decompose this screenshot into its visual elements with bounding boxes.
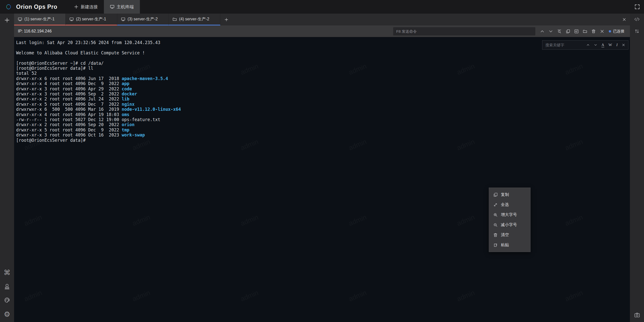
scroll-up-button[interactable]	[538, 27, 546, 35]
terminal-line: drwxr-xr-x 4 root root 4096 Dec 9 2022 a…	[16, 81, 630, 86]
find-next-button[interactable]	[594, 43, 597, 47]
app-title: Orion Ops Pro	[16, 4, 57, 10]
add-tab-button[interactable]	[220, 14, 232, 25]
find-previous-button[interactable]	[586, 43, 590, 47]
status-dot	[609, 30, 611, 32]
tab-label: (3) server-生产-2	[128, 17, 158, 22]
chevron-up-icon	[540, 29, 544, 33]
fullscreen-icon[interactable]	[634, 4, 640, 10]
terminal-line: [root@OrionEcsServer data]#	[16, 138, 630, 143]
terminal-line: [root@OrionEcsServer ~]# cd /data/	[16, 61, 630, 66]
monitor-icon	[18, 17, 22, 21]
top-bar: Orion Ops Pro 新建连接 主机终端	[0, 0, 644, 14]
paste-icon	[493, 243, 498, 247]
host-terminal-label: 主机终端	[117, 4, 134, 10]
center-panel: (1) server-生产-1(2) server-生产-1(3) server…	[14, 14, 630, 322]
right-sidebar	[630, 14, 644, 322]
context-menu-label: 复制	[501, 192, 509, 197]
search-icon	[557, 29, 561, 33]
tab-label: (4) server-生产-2	[179, 17, 209, 22]
trash-icon	[493, 233, 498, 237]
close-all-tabs-button[interactable]	[618, 14, 630, 25]
monitor-icon	[121, 17, 125, 21]
terminal-line: drwxr-xr-x 4 root root 4096 Apr 19 18:03…	[16, 112, 630, 117]
context-menu-item-zoom-in[interactable]: 增大字号	[489, 210, 530, 220]
folder-icon	[173, 17, 177, 21]
clear-button[interactable]	[589, 27, 598, 35]
terminal-line: drwxr-xr-x 3 root root 4096 Apr 29 2022 …	[16, 86, 630, 91]
app-logo-icon	[4, 2, 13, 11]
theme-palette-icon[interactable]	[4, 297, 10, 303]
left-sidebar: ⌘ ⚙	[0, 14, 14, 322]
terminal-output: Last login: Sat Apr 20 23:32:56 2024 fro…	[14, 37, 630, 143]
zoom-in-icon	[493, 213, 498, 217]
terminal-line: drwxr-xr-x 5 root root 4096 Dec 9 2022 t…	[16, 127, 630, 132]
context-menu-item-zoom-out[interactable]: 减小字号	[489, 220, 530, 230]
host-terminal-menu-item[interactable]: 主机终端	[104, 0, 140, 14]
session-toolbar: IP: 116.62.194.246 已连接	[14, 25, 630, 37]
disconnect-button[interactable]	[598, 27, 606, 35]
terminal-line: Welcome to Alibaba Cloud Elastic Compute…	[16, 50, 630, 55]
terminal-code-icon	[574, 29, 579, 33]
copy-icon	[493, 193, 498, 197]
close-search-button[interactable]	[622, 43, 625, 47]
search-keyword-input[interactable]	[545, 43, 583, 47]
copy-button[interactable]	[564, 27, 572, 35]
toolbar-buttons	[538, 27, 606, 35]
terminal-line	[16, 45, 630, 50]
terminal-tab[interactable]: (2) server-生产-1	[66, 14, 117, 25]
sftp-folder-button[interactable]	[581, 27, 589, 35]
regex-button[interactable]: I	[616, 43, 618, 47]
command-snippet-button[interactable]	[572, 27, 581, 35]
context-menu-label: 减小字号	[501, 222, 517, 228]
plus-icon	[4, 17, 10, 23]
terminal-line	[16, 55, 630, 60]
new-terminal-tab-button[interactable]	[4, 17, 10, 23]
left-sidebar-bottom: ⌘ ⚙	[4, 269, 11, 322]
monitor-icon	[110, 5, 114, 9]
shortcuts-command-icon[interactable]: ⌘	[4, 269, 11, 276]
terminal-tab[interactable]: (1) server-生产-1	[14, 14, 66, 25]
context-menu-label: 增大字号	[501, 212, 517, 218]
tab-label: (2) server-生产-1	[76, 17, 106, 22]
status-label: 已连接	[613, 29, 624, 34]
whole-word-button[interactable]: W	[609, 43, 612, 47]
connection-status: 已连接	[609, 29, 624, 34]
tab-label: (1) server-生产-1	[24, 17, 55, 22]
terminal-line: total 52	[16, 71, 630, 76]
stamp-icon[interactable]	[4, 283, 10, 290]
context-menu-item-copy[interactable]: 复制	[489, 190, 530, 200]
terminal-screen[interactable]: Last login: Sat Apr 20 23:32:56 2024 fro…	[14, 37, 630, 322]
trash-icon	[591, 29, 596, 33]
zoom-out-icon	[493, 223, 498, 227]
terminal-line: drwxr-xr-x 5 root root 4096 Dec 7 2022 n…	[16, 102, 630, 107]
send-command-input[interactable]	[393, 27, 535, 35]
terminal-line: drwxrwxr-x 6 500 500 4096 Mar 16 2019 no…	[16, 107, 630, 112]
close-icon	[600, 29, 604, 33]
context-menu-label: 全选	[501, 202, 509, 207]
match-case-button[interactable]: A	[601, 43, 604, 47]
terminal-line: Last login: Sat Apr 20 23:32:56 2024 fro…	[16, 40, 630, 45]
terminal-line: drwxr-xr-x 2 root root 4096 Jul 24 2022 …	[16, 96, 630, 101]
upload-download-icon[interactable]	[634, 29, 639, 34]
terminal-line: [root@OrionEcsServer data]# ll	[16, 66, 630, 71]
copy-icon	[566, 29, 570, 33]
screenshot-camera-icon[interactable]	[634, 312, 640, 318]
context-menu-item-select-all[interactable]: 全选	[489, 200, 530, 210]
terminal-line: drwxr-xr-x 3 root root 4096 Sep 2 2022 d…	[16, 91, 630, 96]
context-menu-item-trash[interactable]: 清空	[489, 230, 530, 240]
select-all-icon	[493, 203, 498, 207]
terminal-line: -rw-r--r-- 1 root root 5027 Dec 12 19:00…	[16, 117, 630, 122]
new-connection-menu-item[interactable]: 新建连接	[68, 0, 104, 14]
search-button[interactable]	[555, 27, 564, 35]
chevron-down-icon	[549, 29, 553, 33]
scroll-down-button[interactable]	[546, 27, 555, 35]
context-menu-item-paste[interactable]: 粘贴	[489, 240, 530, 250]
settings-gear-icon[interactable]: ⚙	[4, 311, 10, 318]
terminal-tab[interactable]: (4) server-生产-2	[169, 14, 220, 25]
code-snippets-icon[interactable]	[634, 17, 640, 22]
terminal-tab[interactable]: (3) server-生产-2	[117, 14, 169, 25]
plus-icon	[74, 5, 78, 9]
close-icon	[622, 18, 626, 21]
terminal-context-menu: 复制全选增大字号减小字号清空粘贴	[489, 188, 531, 252]
